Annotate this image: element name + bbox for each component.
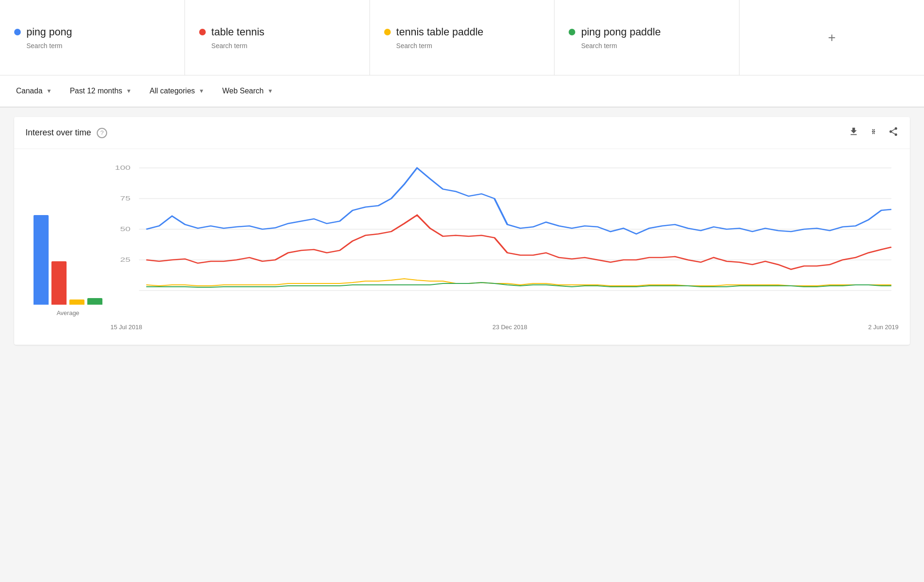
ping-pong-paddle-type: Search term <box>569 42 725 50</box>
region-filter[interactable]: Canada ▼ <box>14 83 54 99</box>
search-type-label: Web Search <box>222 87 264 95</box>
line-chart-area: 100 75 50 25 15 Jul 2018 <box>110 158 899 331</box>
avg-bar-table-tennis <box>51 261 67 305</box>
chart-actions <box>848 126 899 139</box>
embed-button[interactable] <box>868 126 879 139</box>
avg-label: Average <box>57 309 79 316</box>
category-label: All categories <box>150 87 195 95</box>
tennis-table-paddle-dot <box>384 29 391 35</box>
category-chevron: ▼ <box>199 88 204 94</box>
x-label-3: 2 Jun 2019 <box>868 324 899 331</box>
line-chart-svg: 100 75 50 25 <box>110 158 899 319</box>
add-term-button[interactable]: + <box>739 0 924 75</box>
table-tennis-dot <box>199 29 206 35</box>
search-term-table-tennis[interactable]: table tennis Search term <box>185 0 370 75</box>
table-tennis-type: Search term <box>199 42 355 50</box>
time-filter[interactable]: Past 12 months ▼ <box>68 83 134 99</box>
chart-body: Average 100 75 50 25 <box>14 149 910 345</box>
search-term-ping-pong[interactable]: ping pong Search term <box>0 0 185 75</box>
table-tennis-label: table tennis <box>211 26 265 38</box>
ping-pong-paddle-label: ping pong paddle <box>581 26 661 38</box>
x-label-1: 15 Jul 2018 <box>110 324 142 331</box>
svg-text:75: 75 <box>120 195 131 202</box>
ping-pong-label: ping pong <box>26 26 72 38</box>
filters-bar: Canada ▼ Past 12 months ▼ All categories… <box>0 75 924 108</box>
avg-bars <box>34 173 102 305</box>
avg-bar-ping-pong-paddle <box>87 298 102 305</box>
main-content: Interest over time ? <box>0 108 924 354</box>
tennis-table-paddle-label: tennis table paddle <box>396 26 484 38</box>
chart-header: Interest over time ? <box>14 117 910 149</box>
share-button[interactable] <box>888 126 899 139</box>
svg-text:25: 25 <box>120 256 131 263</box>
x-label-2: 23 Dec 2018 <box>493 324 528 331</box>
time-chevron: ▼ <box>126 88 132 94</box>
tennis-table-paddle-type: Search term <box>384 42 540 50</box>
search-type-chevron: ▼ <box>268 88 273 94</box>
download-button[interactable] <box>848 126 859 139</box>
x-axis-labels: 15 Jul 2018 23 Dec 2018 2 Jun 2019 <box>110 321 899 331</box>
chart-title: Interest over time <box>25 128 91 138</box>
svg-text:50: 50 <box>120 225 131 233</box>
region-chevron: ▼ <box>46 88 52 94</box>
svg-text:100: 100 <box>115 164 131 171</box>
ping-pong-paddle-dot <box>569 29 575 35</box>
interest-over-time-card: Interest over time ? <box>14 117 910 345</box>
average-section: Average <box>25 158 110 331</box>
avg-bar-tennis-table-paddle <box>69 299 84 305</box>
time-label: Past 12 months <box>70 87 122 95</box>
ping-pong-type: Search term <box>14 42 170 50</box>
search-term-tennis-table-paddle[interactable]: tennis table paddle Search term <box>370 0 555 75</box>
chart-title-area: Interest over time ? <box>25 128 107 138</box>
category-filter[interactable]: All categories ▼ <box>148 83 206 99</box>
search-terms-bar: ping pong Search term table tennis Searc… <box>0 0 924 75</box>
ping-pong-dot <box>14 29 21 35</box>
avg-bar-ping-pong <box>34 215 49 305</box>
search-term-ping-pong-paddle[interactable]: ping pong paddle Search term <box>554 0 739 75</box>
region-label: Canada <box>16 87 42 95</box>
search-type-filter[interactable]: Web Search ▼ <box>220 83 275 99</box>
help-icon[interactable]: ? <box>97 128 107 138</box>
